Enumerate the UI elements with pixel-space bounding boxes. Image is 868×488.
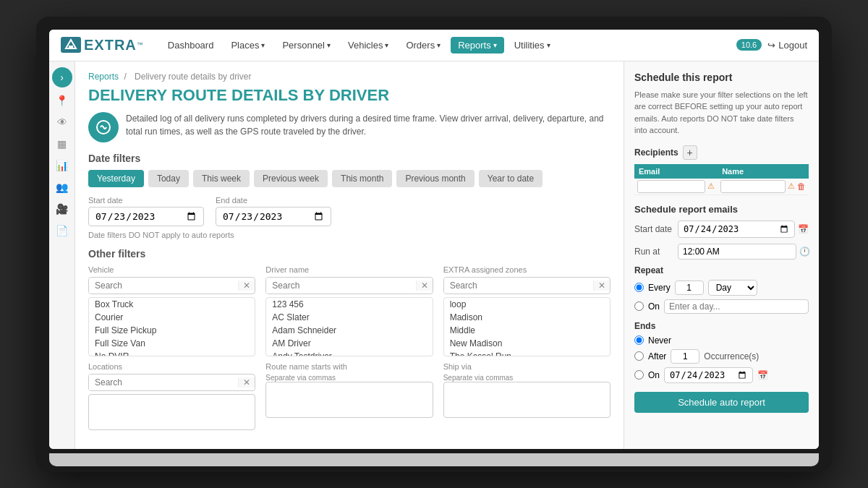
- ends-on-row: On 📅: [634, 367, 809, 383]
- driver-search-input[interactable]: [266, 278, 415, 294]
- nav-dashboard[interactable]: Dashboard: [161, 37, 221, 53]
- date-btn-this-month[interactable]: This month: [332, 170, 392, 187]
- list-item[interactable]: Full Size Pickup: [89, 324, 255, 337]
- list-item[interactable]: New Madison: [444, 337, 610, 350]
- report-description-text: Detailed log of all delivery runs comple…: [126, 112, 610, 138]
- nav-orders[interactable]: Orders ▾: [399, 37, 448, 53]
- breadcrumb-separator: /: [124, 72, 126, 82]
- list-item[interactable]: No DVIR: [89, 350, 255, 356]
- sidebar-icon-map[interactable]: 📍: [54, 92, 71, 109]
- email-column-header: Email: [634, 164, 718, 179]
- route-name-textarea[interactable]: [265, 382, 433, 418]
- list-item[interactable]: Adam Schneider: [266, 324, 432, 337]
- list-item[interactable]: AM Driver: [266, 337, 432, 350]
- locations-search-clear[interactable]: ✕: [238, 377, 255, 388]
- date-filters-title: Date filters: [88, 153, 610, 164]
- sidebar-icon-chart[interactable]: 📊: [54, 157, 71, 174]
- repeat-every-radio[interactable]: [634, 283, 644, 292]
- schedule-auto-report-button[interactable]: Schedule auto report: [634, 392, 809, 413]
- report-description: Detailed log of all delivery runs comple…: [88, 112, 610, 142]
- sidebar-icon-file[interactable]: 📄: [54, 222, 71, 239]
- logo[interactable]: EXTRA™: [61, 37, 143, 53]
- locations-textarea[interactable]: [88, 394, 255, 430]
- start-date-input[interactable]: [88, 207, 204, 226]
- zones-search-input[interactable]: [444, 278, 593, 294]
- nav-utilities[interactable]: Utilities ▾: [507, 37, 558, 53]
- nav-places[interactable]: Places ▾: [224, 37, 272, 53]
- every-label: Every: [648, 283, 671, 293]
- list-item[interactable]: loop: [444, 298, 610, 311]
- logo-text: EXTRA: [84, 37, 137, 53]
- remove-recipient-icon[interactable]: 🗑: [797, 181, 806, 192]
- sidebar-icon-eye[interactable]: 👁: [54, 114, 71, 131]
- locations-search-input[interactable]: [89, 374, 238, 390]
- sidebar-icon-users[interactable]: 👥: [54, 179, 71, 196]
- list-item[interactable]: 123 456: [266, 298, 432, 311]
- ends-never-radio[interactable]: [634, 335, 644, 345]
- places-caret: ▾: [261, 41, 265, 49]
- list-item[interactable]: AC Slater: [266, 311, 432, 324]
- sidebar-icon-video[interactable]: 🎥: [54, 200, 71, 218]
- list-item[interactable]: Middle: [444, 324, 610, 337]
- repeat-on-radio[interactable]: [634, 301, 644, 311]
- list-item[interactable]: Andy Testdriver: [266, 350, 432, 356]
- every-unit-select[interactable]: Day Week Month: [708, 280, 757, 296]
- date-btn-previous-month[interactable]: Previous month: [396, 170, 474, 187]
- repeat-label: Repeat: [634, 265, 809, 275]
- locations-filter-label: Locations: [88, 362, 255, 371]
- vehicle-search-clear[interactable]: ✕: [238, 281, 255, 291]
- date-range-row: Start date End date: [88, 196, 610, 226]
- locations-filter-col: Locations ✕: [88, 362, 255, 433]
- reports-caret: ▾: [493, 41, 497, 49]
- schedule-start-date-input[interactable]: [678, 221, 795, 238]
- recipient-input-row: ⚠ ⚠ 🗑: [634, 179, 809, 195]
- after-value-input[interactable]: [671, 349, 699, 364]
- ends-on-date-input[interactable]: [664, 367, 753, 383]
- sidebar-toggle-button[interactable]: ›: [52, 67, 72, 87]
- locations-search-box: ✕: [88, 374, 255, 391]
- date-btn-this-week[interactable]: This week: [193, 170, 250, 187]
- driver-search-box: ✕: [265, 277, 433, 294]
- list-item[interactable]: Courier: [89, 311, 255, 324]
- never-label: Never: [648, 335, 671, 346]
- end-date-input[interactable]: [216, 207, 331, 226]
- ship-via-textarea[interactable]: [443, 382, 610, 418]
- sidebar-icon-grid[interactable]: ▦: [54, 135, 71, 153]
- vehicle-search-input[interactable]: [89, 278, 238, 294]
- date-btn-today[interactable]: Today: [148, 170, 189, 187]
- breadcrumb-parent-link[interactable]: Reports: [88, 72, 119, 82]
- calendar-icon: 📅: [798, 224, 809, 234]
- recipient-email-input[interactable]: [637, 180, 705, 193]
- utilities-caret: ▾: [547, 41, 550, 49]
- left-sidebar: › 📍 👁 ▦ 📊 👥 🎥 📄: [49, 61, 75, 449]
- driver-search-clear[interactable]: ✕: [416, 281, 433, 291]
- page-title: DELIVERY ROUTE DETAILS BY DRIVER: [88, 86, 610, 105]
- schedule-note: Please make sure your filter selections …: [634, 89, 809, 137]
- ends-label: Ends: [634, 321, 809, 331]
- nav-reports[interactable]: Reports ▾: [451, 37, 504, 53]
- on-label: On: [648, 301, 660, 312]
- add-recipient-button[interactable]: +: [683, 145, 697, 160]
- nav-personnel[interactable]: Personnel ▾: [275, 37, 338, 53]
- logout-button[interactable]: ↪ Logout: [767, 40, 807, 51]
- schedule-run-at-input[interactable]: [678, 244, 796, 260]
- every-value-input[interactable]: [675, 281, 704, 295]
- list-item[interactable]: Madison: [444, 311, 610, 324]
- list-item[interactable]: Box Truck: [89, 298, 255, 311]
- recipient-name-input[interactable]: [720, 180, 786, 193]
- date-btn-year-to-date[interactable]: Year to date: [479, 170, 542, 187]
- date-btn-yesterday[interactable]: Yesterday: [88, 170, 144, 187]
- on-day-input[interactable]: [664, 299, 809, 314]
- list-item[interactable]: The Kessel Run: [444, 350, 610, 356]
- ends-on-radio[interactable]: [634, 370, 644, 380]
- schedule-panel: Schedule this report Please make sure yo…: [624, 61, 819, 449]
- ends-after-radio[interactable]: [634, 351, 644, 361]
- calendar-ends-icon: 📅: [757, 370, 768, 380]
- ends-on-label: On: [648, 370, 660, 380]
- nav-vehicles[interactable]: Vehicles ▾: [341, 37, 396, 53]
- recipients-row: Recipients +: [634, 145, 809, 160]
- list-item[interactable]: Full Size Van: [89, 337, 255, 350]
- vehicles-caret: ▾: [385, 41, 388, 49]
- date-btn-previous-week[interactable]: Previous week: [254, 170, 328, 187]
- zones-search-clear[interactable]: ✕: [593, 281, 610, 291]
